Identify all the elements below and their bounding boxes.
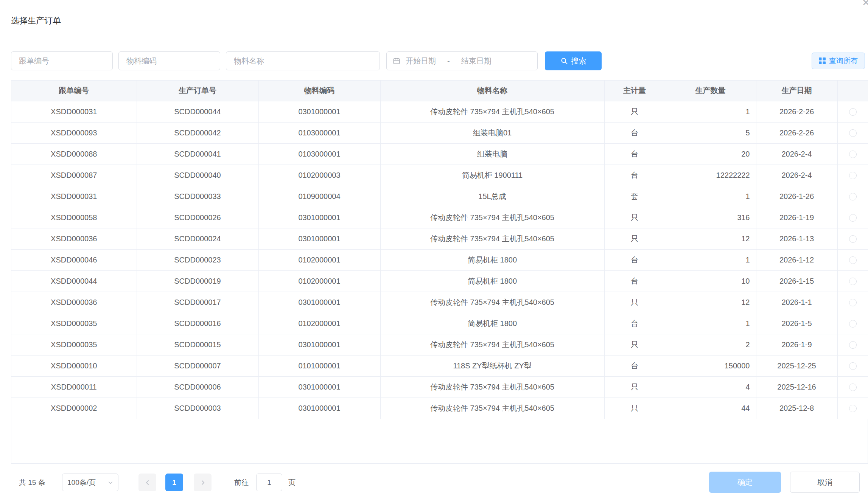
table-row[interactable]: XSDD000035SCDD0000150301000001传动皮轮件 735×… xyxy=(11,334,868,355)
row-radio[interactable] xyxy=(849,129,857,137)
row-radio-cell xyxy=(837,207,868,228)
close-icon[interactable]: × xyxy=(862,0,868,9)
search-button[interactable]: 搜索 xyxy=(545,51,602,70)
page-size-value: 100条/页 xyxy=(67,478,96,488)
page-size-select[interactable]: 100条/页 xyxy=(62,474,118,491)
table-row[interactable]: XSDD000058SCDD0000260301000001传动皮轮件 735×… xyxy=(11,207,868,228)
table-cell: 2026-1-19 xyxy=(756,207,837,228)
table-cell: XSDD000035 xyxy=(11,334,137,355)
table-cell: 0301000001 xyxy=(258,398,380,419)
table-row[interactable]: XSDD000036SCDD0000240301000001传动皮轮件 735×… xyxy=(11,228,868,249)
table-cell: XSDD000058 xyxy=(11,207,137,228)
table-cell: 传动皮轮件 735×794 主机孔540×605 xyxy=(380,334,604,355)
goto-label: 前往 xyxy=(234,474,249,491)
table-cell: 0102000001 xyxy=(258,313,380,334)
row-radio[interactable] xyxy=(849,299,857,306)
row-radio[interactable] xyxy=(849,362,857,370)
table-cell: 只 xyxy=(604,376,665,398)
table-cell: XSDD000044 xyxy=(11,270,137,292)
row-radio[interactable] xyxy=(849,151,857,158)
table-row[interactable]: XSDD000036SCDD0000170301000001传动皮轮件 735×… xyxy=(11,292,868,313)
material-code-filter-input[interactable] xyxy=(118,51,220,70)
row-radio[interactable] xyxy=(849,214,857,222)
table-cell: 2026-1-1 xyxy=(756,292,837,313)
table-cell: 传动皮轮件 735×794 主机孔540×605 xyxy=(380,398,604,419)
row-radio[interactable] xyxy=(849,320,857,328)
row-radio[interactable] xyxy=(849,405,857,412)
table-cell: XSDD000036 xyxy=(11,228,137,249)
table-cell: SCDD000023 xyxy=(137,249,258,270)
table-cell: 台 xyxy=(604,270,665,292)
table-cell: 2026-1-26 xyxy=(756,186,837,207)
table-cell: XSDD000011 xyxy=(11,376,137,398)
table-row[interactable]: XSDD000093SCDD0000420103000001组装电脑01台520… xyxy=(11,122,868,143)
table-cell: 台 xyxy=(604,143,665,165)
table-cell: SCDD000026 xyxy=(137,207,258,228)
table-row[interactable]: XSDD000035SCDD0000160102000001简易机柜 1800台… xyxy=(11,313,868,334)
dialog-title: 选择生产订单 xyxy=(11,15,61,26)
table-cell: 5 xyxy=(665,122,756,143)
row-radio[interactable] xyxy=(849,108,857,116)
table-cell: XSDD000002 xyxy=(11,398,137,419)
table-cell: XSDD000093 xyxy=(11,122,137,143)
row-radio[interactable] xyxy=(849,384,857,391)
cancel-button[interactable]: 取消 xyxy=(790,472,860,493)
table-cell: XSDD000036 xyxy=(11,292,137,313)
table-cell: SCDD000007 xyxy=(137,355,258,376)
row-radio-cell xyxy=(837,143,868,165)
table-cell: XSDD000031 xyxy=(11,101,137,122)
table-row[interactable]: XSDD000088SCDD0000410103000001组装电脑台20202… xyxy=(11,143,868,165)
col-header-material-code: 物料编码 xyxy=(258,81,380,101)
row-radio[interactable] xyxy=(849,172,857,179)
table-cell: XSDD000031 xyxy=(11,186,137,207)
table-cell: 0301000001 xyxy=(258,101,380,122)
query-all-button[interactable]: 查询所有 xyxy=(812,53,865,69)
table-row[interactable]: XSDD000031SCDD0000440301000001传动皮轮件 735×… xyxy=(11,101,868,122)
table-row[interactable]: XSDD000031SCDD000033010900000415L总成套1202… xyxy=(11,186,868,207)
row-radio[interactable] xyxy=(849,278,857,285)
table-cell: 简易机柜 1800 xyxy=(380,313,604,334)
table-cell: 1 xyxy=(665,186,756,207)
table-row[interactable]: XSDD000087SCDD0000400102000003简易机柜 19001… xyxy=(11,165,868,186)
table-cell: 只 xyxy=(604,398,665,419)
table-row[interactable]: XSDD000002SCDD0000030301000001传动皮轮件 735×… xyxy=(11,398,868,419)
search-icon xyxy=(560,57,568,65)
row-radio[interactable] xyxy=(849,341,857,349)
query-all-label: 查询所有 xyxy=(829,56,858,66)
table-cell: 套 xyxy=(604,186,665,207)
page-number-1[interactable]: 1 xyxy=(165,474,183,491)
table-cell: 44 xyxy=(665,398,756,419)
table-cell: 台 xyxy=(604,165,665,186)
date-range-picker[interactable]: 开始日期 - 结束日期 xyxy=(386,51,538,70)
table-row[interactable]: XSDD000010SCDD0000070101000001118S ZY型纸杯… xyxy=(11,355,868,376)
row-radio-cell xyxy=(837,249,868,270)
date-range-separator: - xyxy=(447,57,450,65)
table-cell: SCDD000003 xyxy=(137,398,258,419)
table-cell: 0101000001 xyxy=(258,355,380,376)
table-cell: SCDD000040 xyxy=(137,165,258,186)
table-cell: 简易机柜 1800 xyxy=(380,249,604,270)
table-cell: 2026-2-4 xyxy=(756,143,837,165)
next-page-button[interactable] xyxy=(194,474,212,491)
table-cell: 1 xyxy=(665,249,756,270)
row-radio[interactable] xyxy=(849,256,857,264)
goto-page-input[interactable] xyxy=(256,474,282,491)
row-radio-cell xyxy=(837,186,868,207)
row-radio-cell xyxy=(837,313,868,334)
row-radio-cell xyxy=(837,165,868,186)
table-cell: 台 xyxy=(604,355,665,376)
table-cell: 0109000004 xyxy=(258,186,380,207)
table-row[interactable]: XSDD000044SCDD0000190102000001简易机柜 1800台… xyxy=(11,270,868,292)
material-name-filter-input[interactable] xyxy=(226,51,380,70)
prev-page-button[interactable] xyxy=(138,474,156,491)
row-radio[interactable] xyxy=(849,235,857,243)
row-radio[interactable] xyxy=(849,193,857,200)
table-row[interactable]: XSDD000046SCDD0000230102000001简易机柜 1800台… xyxy=(11,249,868,270)
table-cell: 台 xyxy=(604,313,665,334)
table-cell: 2026-2-26 xyxy=(756,122,837,143)
order-no-filter-input[interactable] xyxy=(11,51,113,70)
table-cell: 0301000001 xyxy=(258,292,380,313)
row-radio-cell xyxy=(837,398,868,419)
confirm-button[interactable]: 确定 xyxy=(709,472,781,493)
table-row[interactable]: XSDD000011SCDD0000060301000001传动皮轮件 735×… xyxy=(11,376,868,398)
